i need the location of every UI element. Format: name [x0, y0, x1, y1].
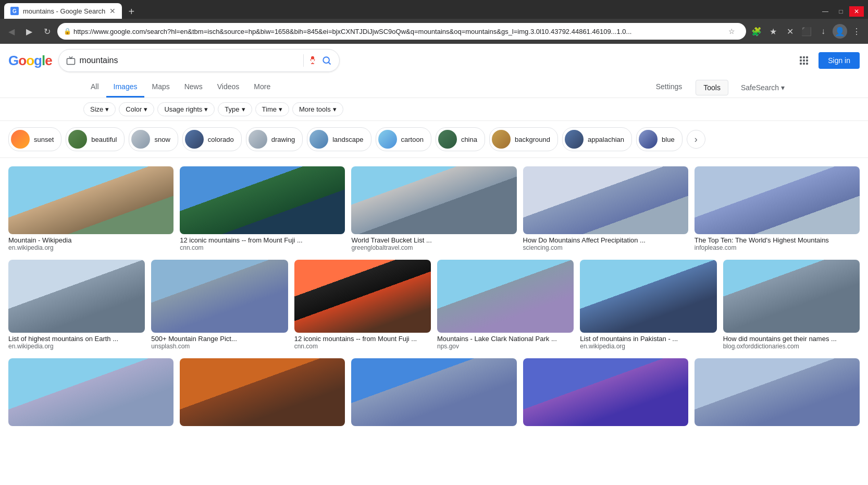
image-row-1: Mountain - Wikipedia en.wikipedia.org 12… — [8, 166, 860, 251]
image-card-r1-5[interactable]: The Top Ten: The World's Highest Mountai… — [695, 166, 860, 251]
image-r1-3-title: World Travel Bucket List ... — [351, 236, 516, 244]
image-r2-5 — [580, 260, 716, 333]
image-r1-2-title: 12 iconic mountains -- from Mount Fuji .… — [180, 236, 345, 244]
image-card-r3-2[interactable] — [180, 358, 345, 426]
image-card-r1-1[interactable]: Mountain - Wikipedia en.wikipedia.org — [8, 166, 173, 251]
camera-search-icon[interactable] — [66, 56, 76, 65]
chip-drawing-thumb — [249, 130, 267, 149]
star-icon[interactable]: ★ — [766, 24, 780, 39]
search-submit-icon[interactable] — [321, 55, 332, 66]
tab-images[interactable]: Images — [106, 77, 145, 98]
image-r1-1-source: en.wikipedia.org — [8, 244, 173, 251]
image-card-r1-2[interactable]: 12 iconic mountains -- from Mount Fuji .… — [180, 166, 345, 251]
chip-china[interactable]: china — [436, 127, 485, 151]
chip-colorado[interactable]: colorado — [182, 127, 242, 151]
address-bar[interactable]: 🔒 https://www.google.com/search?hl=en&tb… — [57, 23, 746, 40]
image-r2-1-source: en.wikipedia.org — [8, 343, 145, 350]
usage-rights-filter[interactable]: Usage rights ▾ — [157, 102, 215, 116]
image-r2-2 — [151, 260, 288, 333]
chip-snow-label: snow — [154, 136, 170, 143]
back-button[interactable]: ◀ — [4, 24, 19, 39]
image-card-r3-5[interactable] — [695, 358, 860, 426]
tab-all[interactable]: All — [83, 77, 106, 98]
chip-beautiful-label: beautiful — [91, 136, 117, 143]
image-r1-5-title: The Top Ten: The World's Highest Mountai… — [695, 236, 860, 244]
chip-background[interactable]: background — [489, 127, 558, 151]
size-filter[interactable]: Size ▾ — [83, 102, 116, 116]
svg-line-2 — [328, 63, 330, 65]
image-row-2: List of highest mountains on Earth ... e… — [8, 260, 860, 350]
url-text[interactable]: https://www.google.com/search?hl=en&tbm=… — [73, 28, 631, 35]
image-card-r2-4[interactable]: Mountains - Lake Clark National Park ...… — [437, 260, 574, 350]
extensions-icon[interactable]: 🧩 — [749, 24, 764, 39]
image-card-r3-4[interactable] — [523, 358, 688, 426]
image-r3-4 — [523, 358, 688, 426]
more-tools-filter[interactable]: More tools ▾ — [292, 102, 343, 116]
mic-icon[interactable] — [308, 56, 317, 65]
tab-news[interactable]: News — [177, 77, 210, 98]
chips-next-button[interactable]: › — [687, 130, 705, 149]
image-r3-1 — [8, 358, 173, 426]
download-icon[interactable]: ↓ — [816, 24, 830, 39]
image-r2-1-title: List of highest mountains on Earth ... — [8, 335, 145, 343]
tools-button[interactable]: Tools — [696, 80, 728, 95]
search-input[interactable] — [80, 56, 299, 65]
chip-cartoon[interactable]: cartoon — [376, 127, 431, 151]
tab-maps[interactable]: Maps — [144, 77, 177, 98]
bookmark-star-icon[interactable]: ☆ — [725, 25, 738, 38]
forward-button[interactable]: ▶ — [22, 24, 36, 39]
new-tab-button[interactable]: + — [124, 4, 139, 19]
usage-rights-chevron-icon: ▾ — [204, 105, 208, 113]
image-card-r2-6[interactable]: How did mountains get their names ... bl… — [723, 260, 860, 350]
chip-beautiful[interactable]: beautiful — [66, 127, 125, 151]
chip-blue-thumb — [639, 130, 658, 149]
chip-sunset-thumb — [11, 130, 30, 149]
size-filter-label: Size — [90, 105, 103, 113]
image-r1-2 — [180, 166, 345, 234]
image-card-r2-1[interactable]: List of highest mountains on Earth ... e… — [8, 260, 145, 350]
tab-bar: G mountains - Google Search ✕ + — □ ✕ — [0, 0, 868, 19]
chip-appalachian[interactable]: appalachian — [562, 127, 632, 151]
chip-drawing[interactable]: drawing — [246, 127, 303, 151]
chip-snow[interactable]: snow — [129, 127, 178, 151]
tab-close-button[interactable]: ✕ — [109, 7, 116, 15]
tab-videos[interactable]: Videos — [210, 77, 247, 98]
image-card-r1-3[interactable]: World Travel Bucket List ... greenglobal… — [351, 166, 516, 251]
chip-china-thumb — [438, 130, 457, 149]
search-box[interactable] — [58, 49, 340, 72]
active-tab[interactable]: G mountains - Google Search ✕ — [4, 3, 122, 19]
image-card-r2-5[interactable]: List of mountains in Pakistan - ... en.w… — [580, 260, 716, 350]
image-grid: Mountain - Wikipedia en.wikipedia.org 12… — [0, 158, 868, 443]
safesearch-link[interactable]: SafeSearch ▾ — [741, 83, 785, 92]
google-logo: Google — [8, 53, 52, 69]
more-tools-chevron-icon: ▾ — [333, 105, 337, 113]
refresh-button[interactable]: ↻ — [40, 24, 54, 39]
puzzle-icon[interactable]: ⬛ — [799, 24, 814, 39]
image-r2-1 — [8, 260, 145, 333]
browser-frame: G mountains - Google Search ✕ + — □ ✕ ◀ … — [0, 0, 868, 485]
image-card-r2-3[interactable]: 12 iconic mountains -- from Mount Fuji .… — [294, 260, 431, 350]
x-icon[interactable]: ✕ — [783, 24, 797, 39]
image-card-r2-2[interactable]: 500+ Mountain Range Pict... unsplash.com — [151, 260, 288, 350]
chip-blue[interactable]: blue — [636, 127, 683, 151]
minimize-button[interactable]: — — [818, 6, 833, 17]
type-filter[interactable]: Type ▾ — [218, 102, 252, 116]
maximize-button[interactable]: □ — [834, 6, 848, 17]
time-filter[interactable]: Time ▾ — [255, 102, 289, 116]
image-card-r3-3[interactable] — [351, 358, 516, 426]
google-page: Google — [0, 44, 868, 485]
image-card-r3-1[interactable] — [8, 358, 173, 426]
sign-in-button[interactable]: Sign in — [819, 52, 860, 69]
close-button[interactable]: ✕ — [849, 6, 864, 17]
google-apps-button[interactable] — [793, 50, 814, 71]
profile-icon[interactable]: 👤 — [833, 24, 847, 39]
image-card-r1-4[interactable]: How Do Mountains Affect Precipitation ..… — [523, 166, 688, 251]
chip-landscape[interactable]: landscape — [307, 127, 371, 151]
chip-sunset[interactable]: sunset — [8, 127, 61, 151]
tab-more[interactable]: More — [246, 77, 278, 98]
color-filter[interactable]: Color ▾ — [119, 102, 154, 116]
image-r2-6-title: How did mountains get their names ... — [723, 335, 860, 343]
menu-icon[interactable]: ⋮ — [849, 24, 864, 39]
settings-link[interactable]: Settings — [649, 77, 690, 98]
image-r1-2-source: cnn.com — [180, 244, 345, 251]
